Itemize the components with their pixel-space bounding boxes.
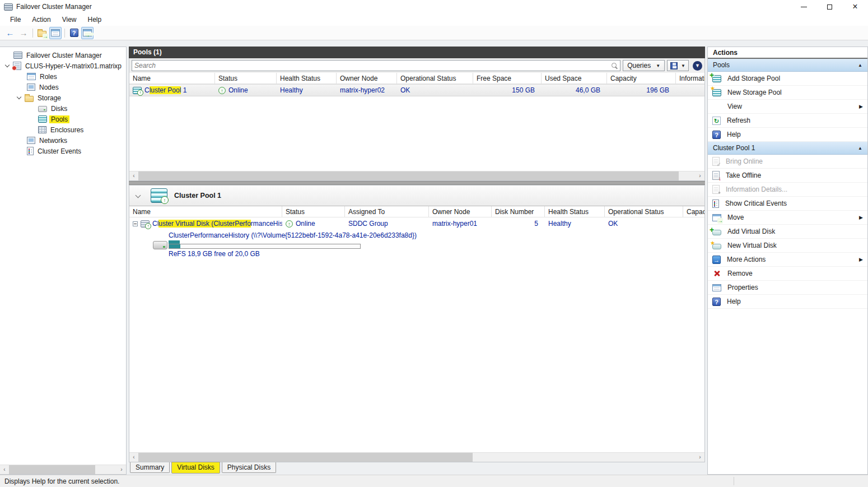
action-move[interactable]: Move ▶ [708,211,867,225]
online-status-icon [286,220,293,228]
column-header[interactable]: Used Space [542,73,607,84]
tab-virtual-disks[interactable]: Virtual Disks [171,462,220,474]
save-query-button[interactable]: ▼ [667,60,689,71]
detail-horizontal-scrollbar[interactable]: ‹ › [129,452,704,462]
enclosures-icon [38,126,46,133]
panel-splitter[interactable] [129,181,705,185]
column-header[interactable]: Operational Status [605,206,683,217]
scrollbar-thumb[interactable] [9,465,95,474]
tree-item-cluster[interactable]: CLUS-Hyper-V-matrix01.matrixp [0,61,126,71]
actions-section-cluster-pool[interactable]: Cluster Pool 1 ▲ [708,142,867,155]
action-show-critical-events[interactable]: Show Critical Events [708,197,867,211]
tree-item-root[interactable]: Failover Cluster Manager [0,50,126,61]
restore-button[interactable] [816,0,842,13]
bring-online-icon [712,157,720,166]
chevron-down-icon[interactable] [136,192,141,198]
tree-item-storage[interactable]: Storage [0,92,126,103]
scroll-right-icon[interactable]: › [696,453,704,462]
action-refresh[interactable]: Refresh [708,114,867,128]
action-properties[interactable]: Properties [708,281,867,295]
actions-section-pools[interactable]: Pools ▲ [708,59,867,72]
networks-icon [27,137,35,144]
collapse-section-icon[interactable]: ▲ [858,63,862,68]
action-view[interactable]: View ▶ [708,100,867,114]
scroll-right-icon[interactable]: › [117,465,126,474]
minimize-button[interactable] [791,0,816,13]
expand-search-button[interactable]: ▼ [693,61,702,71]
scroll-left-icon[interactable]: ‹ [129,171,138,180]
show-action-pane-button[interactable] [81,27,94,39]
volume-detail[interactable]: ClusterPerformanceHistory (\\?\Volume{51… [129,230,704,262]
action-add-storage-pool[interactable]: Add Storage Pool [708,72,867,86]
column-header[interactable]: Owner Node [429,206,492,217]
tab-physical-disks[interactable]: Physical Disks [222,462,276,473]
operational-status-value: OK [608,220,618,228]
pool-detail-header[interactable]: ↑ Cluster Pool 1 [129,185,704,206]
help-toolbar-button[interactable] [68,27,80,39]
show-console-tree-button[interactable] [49,27,62,39]
pools-horizontal-scrollbar[interactable]: ‹ › [129,171,704,180]
menu-file[interactable]: File [4,14,26,25]
chevron-down-icon[interactable] [17,95,21,99]
search-box[interactable] [132,60,620,71]
column-header[interactable]: Capacity [683,206,704,217]
collapse-row-icon[interactable] [133,221,138,226]
tree-item-roles[interactable]: Roles [0,71,126,82]
tree-item-disks[interactable]: Disks [0,103,126,114]
tree-item-networks[interactable]: Networks [0,135,126,146]
health-status-value: Healthy [280,86,303,94]
column-header[interactable]: Status [215,73,277,84]
forward-button[interactable]: → [17,27,30,39]
scroll-left-icon[interactable]: ‹ [129,453,138,462]
menu-view[interactable]: View [57,14,82,25]
scroll-left-icon[interactable]: ‹ [0,465,9,474]
tree-item-pools[interactable]: Pools [0,114,126,124]
action-more-actions[interactable]: More Actions ▶ [708,253,867,267]
search-input[interactable] [134,62,611,69]
column-header[interactable]: Owner Node [337,73,397,84]
column-header[interactable]: Health Status [277,73,337,84]
scrollbar-thumb[interactable] [138,171,679,180]
column-header[interactable]: Disk Number [492,206,545,217]
close-button[interactable]: × [842,0,868,13]
tree-item-cluster-events[interactable]: Cluster Events [0,146,126,156]
virtual-disk-name: Cluster Virtual Disk (ClusterPerformance… [152,220,282,228]
column-header[interactable]: Status [282,206,345,217]
column-header[interactable]: Free Space [473,73,542,84]
action-help-pool[interactable]: Help [708,295,867,309]
main-area: Failover Cluster Manager CLUS-Hyper-V-ma… [0,40,868,475]
cluster-icon [13,62,21,70]
action-add-virtual-disk[interactable]: Add Virtual Disk [708,225,867,239]
action-take-offline[interactable]: Take Offline [708,169,867,183]
scrollbar-thumb[interactable] [138,453,473,462]
tab-summary[interactable]: Summary [130,462,170,473]
more-actions-icon [712,256,721,264]
menu-action[interactable]: Action [26,14,56,25]
column-header[interactable]: Operational Status [397,73,473,84]
pool-icon: ↑ [133,87,142,94]
back-button[interactable]: ← [4,27,16,39]
action-new-virtual-disk[interactable]: New Virtual Disk [708,239,867,253]
column-header[interactable]: Assigned To [345,206,429,217]
column-header[interactable]: Information [676,73,704,84]
action-new-storage-pool[interactable]: New Storage Pool [708,86,867,100]
scroll-right-icon[interactable]: › [696,171,704,180]
sidebar-horizontal-scrollbar[interactable]: ‹ › [0,465,126,474]
export-button[interactable] [36,27,48,39]
column-header[interactable]: Capacity [607,73,676,84]
chevron-down-icon[interactable] [5,63,10,67]
collapse-section-icon[interactable]: ▲ [858,146,862,151]
virtual-disk-row[interactable]: ↑ Cluster Virtual Disk (ClusterPerforman… [129,217,704,230]
pool-row[interactable]: ↑ Cluster Pool 1 Online Healthy matrix-h… [129,84,704,96]
action-help-pools[interactable]: Help [708,128,867,142]
status-divider [734,477,734,485]
tree-item-enclosures[interactable]: Enclosures [0,124,126,135]
column-header[interactable]: Name [129,73,215,84]
queries-button[interactable]: Queries ▼ [623,60,665,71]
column-header[interactable]: Name [129,206,282,217]
show-console-tree-icon [51,29,60,36]
tree-item-nodes[interactable]: Nodes [0,82,126,92]
column-header[interactable]: Health Status [545,206,605,217]
action-remove[interactable]: Remove [708,267,867,281]
menu-help[interactable]: Help [82,14,108,25]
